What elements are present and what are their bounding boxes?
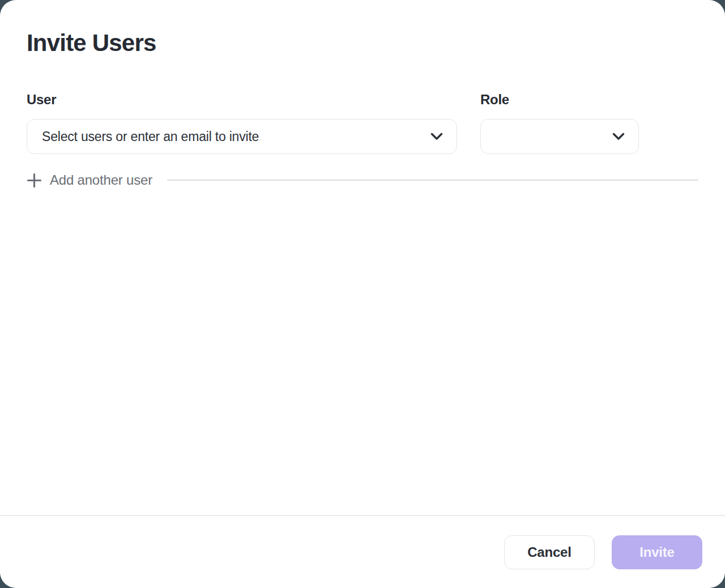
add-user-row: Add another user [27, 172, 698, 188]
add-another-user-label: Add another user [50, 172, 152, 188]
cancel-button[interactable]: Cancel [504, 535, 595, 569]
modal-body-spacer [27, 188, 698, 515]
modal-body: Invite Users User Select users or enter … [0, 0, 725, 515]
role-field-label: Role [480, 92, 639, 108]
user-select[interactable]: Select users or enter an email to invite [27, 119, 457, 154]
user-select-placeholder: Select users or enter an email to invite [42, 129, 430, 144]
invite-button[interactable]: Invite [612, 535, 702, 569]
modal-footer: Cancel Invite [0, 515, 725, 588]
user-field: User Select users or enter an email to i… [27, 92, 457, 154]
user-field-label: User [27, 92, 457, 108]
inline-divider [167, 180, 698, 181]
invite-users-modal: Invite Users User Select users or enter … [0, 0, 725, 588]
plus-icon [27, 173, 42, 188]
role-select[interactable] [480, 119, 639, 154]
add-another-user-button[interactable]: Add another user [27, 172, 152, 188]
chevron-down-icon [612, 133, 625, 140]
page-title: Invite Users [27, 29, 698, 57]
invite-form-row: User Select users or enter an email to i… [27, 92, 698, 154]
chevron-down-icon [430, 133, 443, 140]
role-field: Role [480, 92, 639, 154]
